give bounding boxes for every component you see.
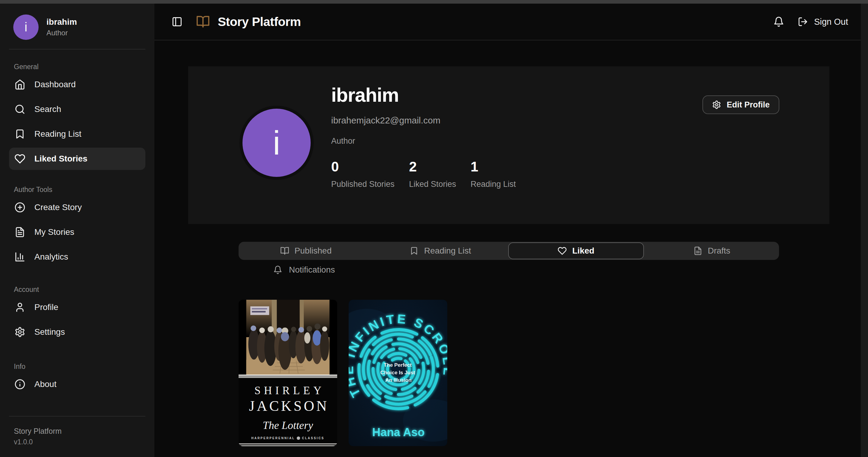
book-open-icon — [280, 246, 289, 255]
profile-name: ibrahim — [331, 84, 516, 106]
plus-circle-icon — [14, 202, 25, 213]
profile-tabs: Published Reading List Liked Drafts — [239, 242, 779, 260]
search-icon — [14, 104, 25, 115]
cover-rule — [239, 444, 337, 446]
avatar-initial: i — [25, 20, 27, 34]
heart-icon — [558, 246, 567, 255]
avatar-initial: i — [273, 123, 280, 162]
bell-icon — [773, 16, 784, 27]
sidebar-item-label: Settings — [34, 327, 65, 337]
sidebar-item-label: Reading List — [34, 129, 82, 139]
stat-value: 2 — [409, 159, 456, 175]
scrollbar[interactable] — [861, 4, 868, 457]
brand: Story Platform — [196, 15, 301, 29]
sign-out-button[interactable]: Sign Out — [798, 17, 848, 27]
tab-drafts[interactable]: Drafts — [645, 242, 779, 260]
sidebar-item-search[interactable]: Search — [9, 98, 145, 120]
book-author-line2: JACKSON — [247, 398, 329, 414]
avatar: i — [13, 15, 39, 40]
home-icon — [14, 79, 25, 90]
tab-published[interactable]: Published — [239, 242, 373, 260]
bookmark-icon — [409, 246, 418, 255]
book-tagline: The Perfect Choice Is Just An Illusion — [380, 362, 416, 383]
tab-label: Drafts — [708, 246, 731, 256]
sidebar-item-about[interactable]: About — [9, 373, 145, 395]
imprint-left: HARPERPERENNIAL — [251, 436, 295, 440]
book-cover-art: THE INFINITE SCROLL The Perfect Choice I… — [349, 300, 447, 446]
sidebar-item-profile[interactable]: Profile — [9, 296, 145, 318]
sign-out-label: Sign Out — [814, 17, 848, 27]
imprint-right: CLASSICS — [302, 436, 324, 440]
gear-icon — [712, 100, 721, 109]
sidebar-divider — [9, 49, 145, 50]
sidebar-item-settings[interactable]: Settings — [9, 321, 145, 343]
log-out-icon — [798, 17, 808, 27]
file-text-icon — [693, 246, 703, 255]
sidebar-footer-divider — [9, 416, 145, 417]
info-icon — [14, 379, 25, 390]
sidebar-item-label: Search — [34, 105, 61, 114]
tab-notifications[interactable]: Notifications — [273, 261, 335, 279]
book-author: Hana Aso — [372, 426, 425, 438]
sidebar-item-label: Profile — [34, 303, 58, 312]
user-icon — [14, 302, 25, 313]
tab-label: Liked — [572, 246, 594, 256]
story-card-the-infinite-scroll[interactable]: THE INFINITE SCROLL The Perfect Choice I… — [349, 300, 447, 446]
sidebar-footer-app-name: Story Platform — [9, 427, 145, 435]
gear-icon — [14, 326, 25, 338]
sidebar-user[interactable]: i ibrahim Author — [9, 15, 145, 40]
edit-profile-button[interactable]: Edit Profile — [703, 95, 779, 114]
sidebar-item-label: Dashboard — [34, 80, 76, 89]
bar-chart-icon — [14, 252, 25, 262]
sidebar-item-dashboard[interactable]: Dashboard — [9, 73, 145, 96]
notifications-button[interactable] — [772, 15, 786, 29]
main-content: i ibrahim ibrahemjack22@gmail.com Author… — [154, 40, 868, 457]
cover-rule — [239, 375, 337, 378]
book-open-icon — [196, 15, 210, 29]
sidebar: i ibrahim Author General Dashboard Searc… — [0, 4, 154, 457]
book-cover-art — [239, 300, 337, 375]
panel-left-icon — [172, 16, 183, 27]
sidebar-item-liked-stories[interactable]: Liked Stories — [9, 148, 145, 170]
sidebar-section-info: Info — [9, 363, 145, 371]
sidebar-section-general: General — [9, 63, 145, 71]
tab-liked[interactable]: Liked — [508, 242, 644, 259]
sidebar-item-analytics[interactable]: Analytics — [9, 246, 145, 268]
sidebar-footer-version: v1.0.0 — [9, 438, 145, 446]
stat-liked: 2 Liked Stories — [409, 159, 456, 189]
page-title: Story Platform — [218, 15, 301, 29]
profile-avatar: i — [240, 106, 314, 180]
bookmark-icon — [14, 128, 25, 139]
tab-label: Published — [294, 246, 332, 256]
sidebar-toggle-button[interactable] — [170, 15, 184, 29]
sidebar-item-create-story[interactable]: Create Story — [9, 196, 145, 219]
heart-icon — [14, 153, 25, 164]
tab-label: Reading List — [424, 246, 471, 256]
sidebar-item-label: Liked Stories — [34, 154, 88, 164]
app-window: i ibrahim Author General Dashboard Searc… — [0, 0, 868, 457]
sidebar-item-label: My Stories — [34, 227, 74, 237]
story-card-the-lottery[interactable]: SHIRLEY JACKSON The Lottery HARPERPERENN… — [239, 300, 337, 446]
sidebar-section-author-tools: Author Tools — [9, 185, 145, 194]
top-bar: Story Platform Sign Out — [154, 4, 868, 40]
sidebar-user-role: Author — [46, 29, 77, 37]
stat-value: 1 — [470, 159, 516, 175]
sidebar-item-label: Analytics — [34, 252, 68, 262]
profile-role: Author — [331, 137, 516, 146]
sidebar-item-label: Create Story — [34, 203, 82, 212]
sidebar-item-label: About — [34, 379, 56, 389]
sidebar-item-reading-list[interactable]: Reading List — [9, 123, 145, 145]
stat-reading-list: 1 Reading List — [470, 159, 516, 189]
stat-label: Reading List — [470, 180, 516, 189]
stat-label: Published Stories — [331, 180, 395, 189]
stat-published: 0 Published Stories — [331, 159, 395, 189]
book-cover-text: SHIRLEY JACKSON The Lottery HARPERPERENN… — [239, 378, 337, 446]
profile-stats: 0 Published Stories 2 Liked Stories 1 Re… — [331, 159, 516, 189]
imprint-logo-icon — [297, 436, 300, 440]
sidebar-item-my-stories[interactable]: My Stories — [9, 221, 145, 243]
tab-reading-list[interactable]: Reading List — [373, 242, 507, 260]
liked-stories-grid: SHIRLEY JACKSON The Lottery HARPERPERENN… — [239, 300, 447, 446]
window-top-strip — [0, 0, 868, 4]
bell-icon — [273, 265, 282, 275]
profile-card: i ibrahim ibrahemjack22@gmail.com Author… — [188, 66, 829, 224]
